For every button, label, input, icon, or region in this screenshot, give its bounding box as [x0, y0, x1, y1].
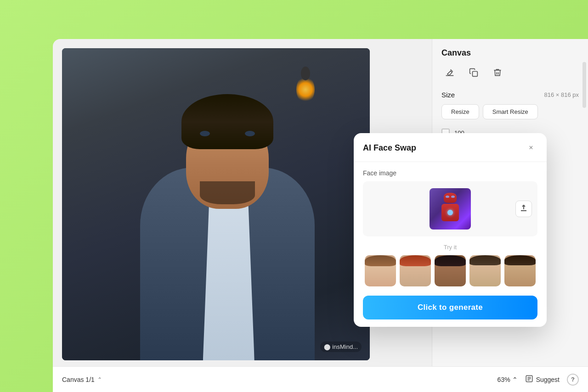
main-photo: ⬤ insMind... [62, 48, 370, 360]
face-4-bg [469, 255, 501, 286]
face-preview-image [430, 188, 471, 230]
person-eyes [200, 131, 255, 136]
right-scrollbar[interactable] [582, 62, 586, 108]
modal-body: Face image [354, 162, 547, 327]
ironman-head [444, 193, 457, 203]
face-4-hair [469, 255, 501, 265]
watermark-text: ⬤ insMind... [324, 343, 358, 350]
modal-title: AI Face Swap [363, 143, 416, 153]
face-2-hair [400, 255, 431, 266]
resize-button[interactable]: Resize [441, 104, 479, 119]
face-1-bg [365, 255, 396, 286]
resize-buttons: Resize Smart Resize [441, 104, 579, 119]
sample-face-4[interactable] [469, 255, 501, 286]
panel-icons [441, 65, 579, 82]
sample-faces-row [363, 255, 537, 286]
close-icon: × [529, 144, 533, 152]
suggest-label: Suggest [536, 376, 560, 383]
face-upload-area[interactable] [363, 181, 537, 236]
paint-icon [445, 68, 454, 79]
suggest-icon [525, 375, 533, 384]
person-shirt [197, 195, 261, 360]
canvas-indicator-text: Canvas 1/1 [62, 376, 95, 383]
person-beard [200, 181, 255, 204]
ironman-eye-left [446, 196, 449, 198]
person-hair [181, 94, 273, 149]
help-icon: ? [571, 376, 575, 383]
zoom-value: 63% [498, 376, 510, 383]
generate-button[interactable]: Click to generate [363, 296, 537, 319]
copy-icon-button[interactable] [465, 65, 482, 82]
face-3-hair [435, 255, 466, 266]
sample-face-3[interactable] [435, 255, 466, 286]
panel-title: Canvas [441, 48, 579, 58]
person-eye-right [245, 131, 255, 136]
ironman-arc-reactor [447, 210, 453, 215]
delete-icon-button[interactable] [489, 65, 506, 82]
ironman-body [441, 204, 459, 221]
face-1-hair [365, 255, 396, 266]
help-button[interactable]: ? [567, 374, 579, 386]
face-image-label: Face image [363, 169, 537, 177]
bottom-bar: Canvas 1/1 ⌃ 63% ⌃ Suggest ? [53, 366, 588, 392]
watermark: ⬤ insMind... [320, 342, 362, 352]
person-head [177, 94, 278, 218]
suggest-button[interactable]: Suggest [525, 375, 560, 384]
size-value: 816 × 816 px [544, 91, 579, 98]
canvas-indicator: Canvas 1/1 ⌃ [62, 376, 102, 383]
person-eye-left [200, 131, 210, 136]
size-label: Size [441, 91, 455, 99]
trash-icon [493, 68, 502, 79]
try-it-label: Try it [363, 244, 537, 251]
ironman-figure [439, 193, 462, 225]
canvas-chevron-icon[interactable]: ⌃ [97, 376, 102, 383]
zoom-indicator[interactable]: 63% ⌃ [498, 376, 518, 383]
face-3-bg [435, 255, 466, 286]
paint-icon-button[interactable] [441, 65, 458, 82]
size-row: Size 816 × 816 px [441, 91, 579, 99]
svg-rect-0 [473, 71, 478, 76]
photo-person [113, 85, 342, 360]
upload-button[interactable] [515, 201, 532, 217]
zoom-chevron-icon: ⌃ [512, 376, 518, 383]
face-5-bg [504, 255, 536, 286]
sample-face-1[interactable] [365, 255, 396, 286]
upload-icon [520, 204, 528, 214]
ironman-eye-right [451, 196, 455, 198]
sample-face-2[interactable] [400, 255, 431, 286]
smart-resize-button[interactable]: Smart Resize [483, 104, 538, 119]
sample-face-5[interactable] [504, 255, 536, 286]
face-2-bg [400, 255, 431, 286]
face-5-hair [504, 255, 536, 265]
ai-face-swap-modal: AI Face Swap × Face image [354, 133, 547, 327]
modal-header: AI Face Swap × [354, 133, 547, 162]
copy-icon [469, 68, 478, 79]
modal-close-button[interactable]: × [525, 141, 537, 154]
